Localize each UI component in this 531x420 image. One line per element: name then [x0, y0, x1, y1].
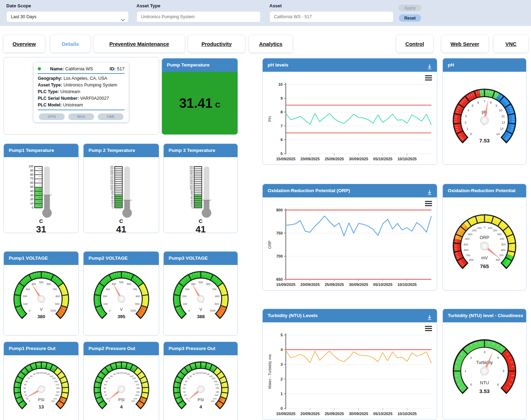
tab-web-server[interactable]: Web Server: [441, 35, 488, 52]
ph-gauge: 01234567891011121314pH7.53: [443, 87, 526, 149]
svg-text:700: 700: [276, 254, 283, 258]
svg-text:0: 0: [470, 383, 472, 386]
chevron-down-icon: [121, 15, 125, 25]
tab-details[interactable]: Details: [50, 35, 90, 52]
svg-text:150: 150: [212, 377, 215, 379]
svg-text:200: 200: [110, 169, 113, 172]
svg-text:50: 50: [24, 384, 26, 386]
svg-text:70: 70: [27, 377, 30, 379]
svg-text:-300: -300: [467, 233, 472, 236]
svg-text:110: 110: [199, 372, 203, 374]
turbidity-gauge: 0123456TurbidityNTU3.53: [443, 338, 526, 400]
chart-menu-icon[interactable]: [425, 326, 432, 332]
pump2-voltage-gauge: 01002003004005006007008009001000V395: [84, 270, 159, 324]
svg-text:20/09/2025: 20/09/2025: [300, 282, 320, 287]
info-row-plc-serial: PLC Serial Number: VARF0A20027: [38, 95, 125, 102]
panel-header: Pump2 Pressure Out: [84, 342, 159, 355]
svg-text:0: 0: [31, 206, 33, 209]
svg-text:8: 8: [281, 110, 283, 114]
date-scope-select[interactable]: Last 30 Days: [6, 11, 129, 22]
svg-text:100: 100: [195, 372, 199, 374]
svg-text:170: 170: [215, 384, 219, 386]
svg-text:150: 150: [132, 377, 136, 379]
pump1-pressure-gauge: 0102030405060708090100110120130140150160…: [4, 360, 78, 415]
svg-text:60: 60: [25, 380, 28, 383]
svg-text:40: 40: [191, 200, 193, 202]
tab-vnc[interactable]: VNC: [494, 35, 528, 52]
chart-menu-icon[interactable]: [425, 201, 432, 207]
panel-header: pH: [443, 58, 526, 72]
pump1-voltage-card: Pump1 VOLTAGE 01002003004005006007008009…: [3, 251, 79, 336]
svg-text:400: 400: [191, 282, 196, 286]
svg-text:0: 0: [470, 132, 472, 136]
ph-chart-canvas: 5678910PH15/09/202520/09/202525/09/20253…: [263, 72, 437, 165]
svg-text:30: 30: [111, 201, 113, 203]
tab-preventive-maintenance[interactable]: Preventive Maintenance: [94, 35, 185, 52]
svg-text:7: 7: [281, 124, 283, 128]
svg-text:140: 140: [190, 181, 193, 183]
svg-text:10: 10: [191, 205, 193, 207]
svg-text:4: 4: [281, 348, 283, 352]
svg-text:70: 70: [107, 377, 110, 379]
svg-text:10/10/2025: 10/10/2025: [397, 157, 417, 161]
svg-text:Water - Turbidity ma: Water - Turbidity ma: [268, 354, 272, 389]
svg-text:5: 5: [503, 369, 504, 373]
svg-text:130: 130: [190, 182, 193, 184]
svg-text:210: 210: [110, 167, 113, 169]
pump2-voltage-card: Pump2 VOLTAGE 01002003004005006007008009…: [83, 251, 159, 336]
svg-text:1: 1: [281, 392, 283, 396]
svg-text:170: 170: [190, 175, 193, 177]
svg-text:-200: -200: [471, 229, 476, 232]
svg-text:80: 80: [30, 375, 33, 377]
tab-control[interactable]: Control: [396, 35, 433, 52]
orp-gauge-card: Oxidation-Reduction Potential -800-700-6…: [442, 184, 526, 290]
pump3-voltage-gauge: 01002003004005006007008009001000V388: [164, 270, 238, 324]
svg-text:700: 700: [133, 288, 137, 291]
svg-text:PH: PH: [268, 116, 272, 121]
svg-text:9: 9: [495, 104, 497, 107]
svg-text:20: 20: [184, 394, 186, 396]
svg-text:395: 395: [117, 314, 125, 319]
svg-text:13: 13: [500, 127, 503, 131]
svg-text:4: 4: [467, 108, 469, 112]
info-row-plc-model: PLC Model: Unistream: [38, 102, 125, 108]
tab-analytics[interactable]: Analytics: [249, 35, 292, 52]
tab-productivity[interactable]: Productivity: [188, 35, 245, 52]
svg-text:200: 200: [22, 295, 27, 298]
chart-menu-icon[interactable]: [425, 75, 432, 82]
thermometer-value: 41: [164, 224, 238, 233]
thermometer-unit: C: [84, 218, 159, 224]
reset-button[interactable]: Reset: [399, 14, 421, 22]
svg-text:10/10/2025: 10/10/2025: [397, 282, 417, 287]
svg-text:4: 4: [199, 404, 202, 410]
asset-input[interactable]: [269, 11, 394, 22]
hmi-button[interactable]: HMI: [98, 113, 123, 120]
pump1-thermometer: 0102030405060708090100: [4, 161, 78, 219]
orp-chart-card: Oxidation-Reduction Potential (ORP) 6507…: [262, 184, 437, 290]
apply-button[interactable]: Apply: [398, 5, 422, 11]
thermometer-unit: C: [164, 218, 238, 224]
ph-levels-chart-card: pH levels 5678910PH15/09/202520/09/20252…: [262, 58, 437, 165]
svg-text:220: 220: [110, 166, 113, 168]
svg-text:110: 110: [110, 186, 113, 188]
vpn-button[interactable]: VPN: [39, 113, 65, 120]
asset-type-input[interactable]: [136, 11, 261, 22]
web-button[interactable]: Web: [68, 113, 94, 120]
svg-text:5: 5: [281, 333, 283, 337]
svg-text:200: 200: [55, 394, 59, 396]
svg-text:800: 800: [215, 295, 219, 298]
svg-text:500: 500: [198, 281, 203, 284]
svg-text:388: 388: [197, 314, 204, 319]
panel-header: Oxidation-Reduction Potential: [443, 184, 526, 197]
svg-text:12: 12: [502, 121, 505, 124]
svg-text:160: 160: [134, 380, 138, 383]
svg-text:7: 7: [483, 100, 485, 103]
svg-text:90: 90: [30, 169, 34, 172]
pump3-temperature-card: Pump 3 Temperature 010203040506070809010…: [163, 144, 238, 233]
svg-text:600: 600: [206, 282, 211, 286]
svg-text:-100: -100: [476, 226, 482, 230]
svg-text:180: 180: [190, 173, 193, 175]
pump1-pressure-card: Pump1 Pressure Out 010203040506070809010…: [3, 342, 79, 420]
tab-overview[interactable]: Overview: [3, 35, 45, 52]
svg-text:2: 2: [281, 377, 283, 381]
